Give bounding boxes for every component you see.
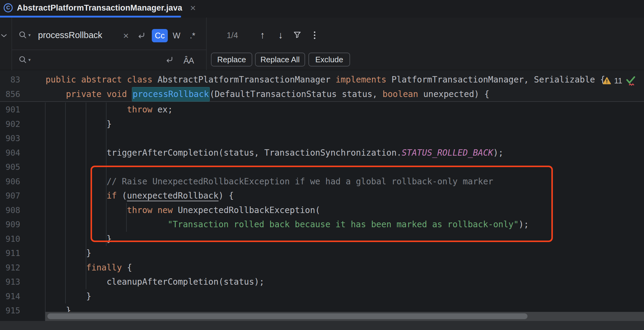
sticky-lines-header: 11 83public abstract class AbstractPlatf…: [0, 70, 644, 102]
line-number[interactable]: 910: [0, 234, 20, 244]
code-token: ) {: [218, 191, 234, 201]
line-number[interactable]: 905: [0, 162, 20, 172]
horizontal-scrollbar-thumb[interactable]: [47, 313, 528, 319]
line-number[interactable]: 913: [0, 277, 20, 286]
tab-close-icon[interactable]: ×: [190, 3, 196, 13]
line-number[interactable]: 915: [0, 306, 20, 315]
code-line-902[interactable]: 902}: [0, 117, 644, 131]
code-line-912[interactable]: 912finally {: [0, 260, 644, 275]
editor-tab-bar: C AbstractPlatformTransactionManager.jav…: [0, 0, 644, 18]
code-token: triggerAfterCompletion(status, Transacti…: [107, 148, 402, 158]
line-number[interactable]: 856: [0, 89, 20, 99]
code-line-910[interactable]: 910}: [0, 232, 644, 246]
code-text: }: [46, 291, 91, 301]
code-text: public abstract class AbstractPlatformTr…: [46, 75, 605, 85]
code-line-906[interactable]: 906// Raise UnexpectedRollbackException …: [0, 174, 644, 189]
line-number[interactable]: 902: [0, 119, 20, 129]
code-line-909[interactable]: 909"Transaction rolled back because it h…: [0, 217, 644, 232]
indent-guide: [45, 102, 46, 321]
line-number[interactable]: 906: [0, 177, 20, 186]
code-text: cleanupAfterCompletion(status);: [46, 277, 264, 287]
replace-history-button[interactable]: ▾: [18, 55, 31, 65]
line-number[interactable]: 907: [0, 191, 20, 200]
code-line-901[interactable]: 901throw ex;: [0, 102, 644, 117]
code-token: throw new: [127, 205, 178, 215]
line-number[interactable]: 903: [0, 134, 20, 143]
code-text: finally {: [46, 263, 132, 273]
code-token: }: [86, 248, 91, 258]
search-input[interactable]: [38, 30, 121, 40]
divider: [11, 50, 206, 50]
code-line-911[interactable]: 911}: [0, 246, 644, 260]
code-text: // Raise UnexpectedRollbackException if …: [46, 176, 493, 186]
code-text: }: [46, 234, 112, 244]
code-editor[interactable]: 901throw ex;902}903904triggerAfterComple…: [0, 70, 644, 321]
file-tab[interactable]: C AbstractPlatformTransactionManager.jav…: [0, 0, 196, 16]
code-line-908[interactable]: 908throw new UnexpectedRollbackException…: [0, 203, 644, 218]
code-token: unexpected) {: [418, 89, 489, 99]
clear-search-icon[interactable]: ×: [123, 31, 129, 40]
java-class-icon: C: [4, 3, 13, 12]
code-token: AbstractPlatformTransactionManager: [158, 75, 336, 85]
regex-toggle[interactable]: .*: [185, 29, 200, 42]
line-number[interactable]: 908: [0, 205, 20, 215]
code-token: boolean: [383, 89, 418, 99]
code-token: }: [86, 291, 91, 301]
code-token: cleanupAfterCompletion(status);: [107, 277, 264, 287]
search-history-button[interactable]: ▾: [18, 30, 31, 40]
code-token: PlatformTransactionManager, Serializable…: [391, 75, 605, 85]
match-case-toggle[interactable]: Cc: [152, 29, 168, 42]
code-token: );: [493, 148, 503, 158]
line-number[interactable]: 914: [0, 292, 20, 301]
code-text: if (unexpectedRollback) {: [46, 191, 234, 201]
previous-occurrence-button[interactable]: ↑: [260, 30, 265, 41]
line-number[interactable]: 901: [0, 105, 20, 114]
collapse-panel-chevron-icon[interactable]: [1, 33, 7, 39]
line-number[interactable]: 83: [0, 75, 20, 84]
code-token: UnexpectedRollbackException(: [178, 205, 320, 215]
code-area[interactable]: 901throw ex;902}903904triggerAfterComple…: [0, 102, 644, 321]
code-token: public abstract class: [46, 75, 158, 85]
horizontal-scrollbar-track[interactable]: [45, 312, 644, 321]
code-text: "Transaction rolled back because it has …: [46, 219, 529, 229]
filter-search-results-icon[interactable]: [293, 30, 302, 39]
code-text: throw new UnexpectedRollbackException(: [46, 205, 320, 215]
line-number[interactable]: 904: [0, 148, 20, 157]
code-line-913[interactable]: 913cleanupAfterCompletion(status);: [0, 275, 644, 289]
search-match-highlight: processRollback: [132, 87, 210, 101]
code-token: (DefaultTransactionStatus status,: [209, 89, 382, 99]
more-options-icon[interactable]: [308, 29, 320, 41]
replace-all-button[interactable]: Replace All: [255, 53, 305, 66]
next-occurrence-button[interactable]: ↓: [278, 30, 283, 41]
code-line-907[interactable]: 907if (unexpectedRollback) {: [0, 189, 644, 203]
dropdown-caret-icon: ▾: [28, 32, 31, 38]
preserve-case-toggle[interactable]: ÂA: [183, 56, 194, 66]
code-line-905[interactable]: 905: [0, 160, 644, 174]
replace-input[interactable]: [38, 55, 153, 65]
inspections-widget[interactable]: 11: [603, 75, 636, 86]
words-toggle[interactable]: W: [170, 29, 183, 42]
indent-guide: [86, 102, 86, 289]
insert-newline-icon[interactable]: [136, 31, 146, 40]
exclude-button[interactable]: Exclude: [308, 53, 350, 66]
code-line-856[interactable]: 856private void processRollback(DefaultT…: [0, 87, 644, 102]
insert-newline-icon[interactable]: [164, 55, 174, 65]
warning-count: 11: [614, 76, 622, 86]
line-number[interactable]: 911: [0, 248, 20, 258]
code-token: finally: [86, 263, 127, 273]
code-line-83[interactable]: 83public abstract class AbstractPlatform…: [0, 73, 644, 87]
code-text: triggerAfterCompletion(status, Transacti…: [46, 148, 503, 158]
replace-button[interactable]: Replace: [211, 53, 252, 66]
code-line-914[interactable]: 914}: [0, 289, 644, 304]
code-text: throw ex;: [46, 105, 173, 115]
ide-window: C AbstractPlatformTransactionManager.jav…: [0, 0, 644, 330]
line-number[interactable]: 909: [0, 220, 20, 229]
analysis-ok-icon: [625, 75, 636, 86]
code-line-904[interactable]: 904triggerAfterCompletion(status, Transa…: [0, 146, 644, 160]
divider: [11, 18, 12, 70]
code-line-903[interactable]: 903: [0, 131, 644, 146]
code-token: STATUS_ROLLED_BACK: [402, 148, 493, 158]
code-token: ex;: [158, 105, 173, 115]
code-token: if: [107, 191, 122, 201]
line-number[interactable]: 912: [0, 263, 20, 272]
